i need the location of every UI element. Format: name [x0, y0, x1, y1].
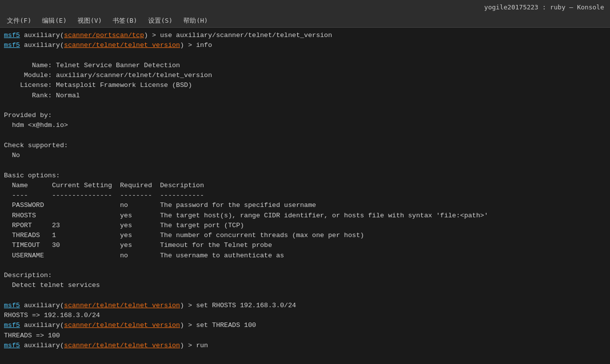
titlebar-text: yogile20175223 : ruby — Konsole: [484, 3, 604, 11]
menu-settings[interactable]: 设置(S): [143, 15, 177, 26]
terminal-line: Basic options:: [4, 171, 606, 181]
terminal-line: Name: Telnet Service Banner Detection: [4, 61, 606, 71]
terminal-line: RHOSTS => 192.168.3.0/24: [4, 311, 606, 321]
terminal-line: hdm <x@hdm.io>: [4, 121, 606, 130]
menu-file[interactable]: 文件(F): [2, 15, 36, 26]
terminal-prompt-line: msf5 auxiliary(scanner/telnet/telnet_ver…: [4, 301, 606, 311]
terminal-line: ---- --------------- -------- ----------…: [4, 191, 606, 201]
terminal-prompt-line: msf5 auxiliary(scanner/portscan/tcp) > u…: [4, 31, 606, 40]
terminal-line: Name Current Setting Required Descriptio…: [4, 181, 606, 191]
menubar: 文件(F) 编辑(E) 视图(V) 书签(B) 设置(S) 帮助(H): [0, 14, 610, 28]
terminal-line: No: [4, 151, 606, 161]
terminal-line: TIMEOUT 30 yes Timeout for the Telnet pr…: [4, 241, 606, 250]
terminal-prompt-line: msf5 auxiliary(scanner/telnet/telnet_ver…: [4, 321, 606, 330]
menu-bookmark[interactable]: 书签(B): [108, 15, 142, 26]
terminal-line: RPORT 23 yes The target port (TCP): [4, 221, 606, 231]
terminal-line: PASSWORD no The password for the specifi…: [4, 201, 606, 210]
titlebar: yogile20175223 : ruby — Konsole: [0, 0, 610, 14]
terminal-line: THREADS 1 yes The number of concurrent t…: [4, 231, 606, 241]
terminal-line: THREADS => 100: [4, 331, 606, 341]
terminal-prompt-line: msf5 auxiliary(scanner/telnet/telnet_ver…: [4, 40, 606, 50]
terminal-line: RHOSTS yes The target host(s), range CID…: [4, 211, 606, 221]
menu-view[interactable]: 视图(V): [73, 15, 107, 26]
terminal[interactable]: msf5 auxiliary(scanner/portscan/tcp) > u…: [0, 28, 610, 364]
menu-edit[interactable]: 编辑(E): [37, 15, 71, 26]
terminal-line: Detect telnet services: [4, 281, 606, 290]
terminal-prompt-line: msf5 auxiliary(scanner/telnet/telnet_ver…: [4, 341, 606, 351]
terminal-line: License: Metasploit Framework License (B…: [4, 81, 606, 90]
terminal-line: Module: auxiliary/scanner/telnet/telnet_…: [4, 71, 606, 81]
terminal-line: USERNAME no The username to authenticate…: [4, 251, 606, 261]
terminal-line: Description:: [4, 271, 606, 281]
terminal-line: Check supported:: [4, 141, 606, 151]
terminal-line: Provided by:: [4, 111, 606, 121]
terminal-line: Rank: Normal: [4, 91, 606, 101]
menu-help[interactable]: 帮助(H): [178, 15, 212, 26]
